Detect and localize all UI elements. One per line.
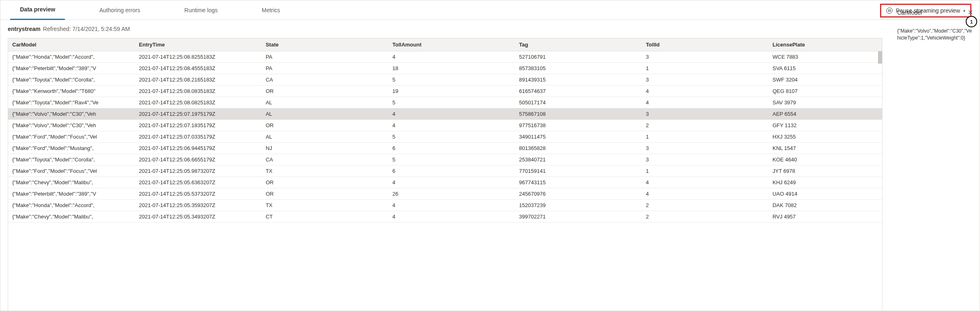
cell-tollamount: 19 — [388, 86, 515, 97]
table-row[interactable]: {"Make":"Chevy","Model":"Malibu",2021-07… — [8, 211, 882, 223]
close-icon[interactable]: ✕ — [968, 9, 973, 16]
data-grid: Hide details 2 CarModel EntryTime State … — [8, 38, 882, 311]
cell-tollamount: 6 — [388, 143, 515, 154]
cell-tollid: 3 — [642, 108, 769, 120]
svg-point-0 — [887, 8, 892, 13]
table-row[interactable]: {"Make":"Volvo","Model":"C30","Veh2021-0… — [8, 108, 882, 120]
cell-licenseplate: DAK 7082 — [768, 200, 882, 211]
cell-state: TX — [262, 165, 388, 177]
cell-tollamount: 5 — [388, 154, 515, 165]
tab-authoring-errors[interactable]: Authoring errors — [89, 0, 150, 20]
vertical-scrollbar[interactable] — [878, 51, 882, 64]
cell-tollamount: 5 — [388, 74, 515, 86]
cell-state: AL — [262, 97, 388, 108]
cell-carmodel: {"Make":"Chevy","Model":"Malibu", — [8, 177, 135, 188]
cell-carmodel: {"Make":"Ford","Model":"Focus","Vel — [8, 165, 135, 177]
col-header-tollamount[interactable]: TollAmount — [388, 38, 515, 51]
svg-rect-2 — [890, 9, 891, 12]
cell-tollid: 4 — [642, 97, 769, 108]
cell-carmodel: {"Make":"Toyota","Model":"Corolla", — [8, 154, 135, 165]
tab-metrics[interactable]: Metrics — [252, 0, 290, 20]
annotation-callout-1: 1 — [966, 16, 977, 27]
cell-state: OR — [262, 177, 388, 188]
table-row[interactable]: {"Make":"Chevy","Model":"Malibu",2021-07… — [8, 177, 882, 188]
cell-licenseplate: KHJ 6249 — [768, 177, 882, 188]
cell-tollid: 1 — [642, 63, 769, 74]
cell-tag: 770159141 — [515, 165, 642, 177]
cell-carmodel: {"Make":"Chevy","Model":"Malibu", — [8, 211, 135, 223]
cell-tollamount: 4 — [388, 211, 515, 223]
table-row[interactable]: {"Make":"Peterbilt","Model":"389","V2021… — [8, 63, 882, 74]
cell-tollid: 3 — [642, 74, 769, 86]
cell-entrytime: 2021-07-14T12:25:07.1835179Z — [135, 120, 262, 131]
cell-tollid: 2 — [642, 120, 769, 131]
table-row[interactable]: {"Make":"Kenworth","Model":"T680"2021-07… — [8, 86, 882, 97]
cell-entrytime: 2021-07-14T12:25:05.5373207Z — [135, 188, 262, 200]
cell-entrytime: 2021-07-14T12:25:08.4555183Z — [135, 63, 262, 74]
col-header-carmodel[interactable]: CarModel — [8, 38, 135, 51]
table-row[interactable]: {"Make":"Honda","Model":"Accord",2021-07… — [8, 51, 882, 63]
cell-licenseplate: RVJ 4957 — [768, 211, 882, 223]
cell-entrytime: 2021-07-14T12:25:06.9445179Z — [135, 143, 262, 154]
svg-rect-1 — [888, 9, 889, 12]
cell-licenseplate: HXJ 3255 — [768, 131, 882, 143]
cell-state: CT — [262, 211, 388, 223]
cell-tollamount: 4 — [388, 51, 515, 63]
cell-tollamount: 6 — [388, 165, 515, 177]
col-header-state[interactable]: State — [262, 38, 388, 51]
col-header-tollid[interactable]: TollId — [642, 38, 769, 51]
table-row[interactable]: {"Make":"Honda","Model":"Accord",2021-07… — [8, 200, 882, 211]
cell-carmodel: {"Make":"Honda","Model":"Accord", — [8, 200, 135, 211]
cell-tag: 616574637 — [515, 86, 642, 97]
table-row[interactable]: {"Make":"Toyota","Model":"Rav4","Ve2021-… — [8, 97, 882, 108]
cell-tollamount: 4 — [388, 120, 515, 131]
cell-tag: 253840721 — [515, 154, 642, 165]
refreshed-timestamp: Refreshed: 7/14/2021, 5:24:59 AM — [43, 26, 130, 32]
cell-tollid: 3 — [642, 143, 769, 154]
cell-tag: 575867108 — [515, 108, 642, 120]
cell-state: PA — [262, 63, 388, 74]
cell-tollid: 4 — [642, 188, 769, 200]
table-row[interactable]: {"Make":"Ford","Model":"Focus","Vel2021-… — [8, 131, 882, 143]
cell-licenseplate: JYT 6978 — [768, 165, 882, 177]
cell-carmodel: {"Make":"Toyota","Model":"Corolla", — [8, 74, 135, 86]
cell-carmodel: {"Make":"Honda","Model":"Accord", — [8, 51, 135, 63]
table-row[interactable]: {"Make":"Ford","Model":"Mustang",2021-07… — [8, 143, 882, 154]
table-row[interactable]: {"Make":"Peterbilt","Model":"389","V2021… — [8, 188, 882, 200]
cell-state: CA — [262, 154, 388, 165]
cell-licenseplate: SWF 3204 — [768, 74, 882, 86]
cell-tollid: 3 — [642, 51, 769, 63]
cell-entrytime: 2021-07-14T12:25:07.0335179Z — [135, 131, 262, 143]
col-header-licenseplate[interactable]: LicensePlate — [768, 38, 882, 51]
col-header-entrytime[interactable]: EntryTime — [135, 38, 262, 51]
cell-state: NJ — [262, 143, 388, 154]
cell-licenseplate: KNL 1547 — [768, 143, 882, 154]
cell-licenseplate: QEG 8107 — [768, 86, 882, 97]
cell-entrytime: 2021-07-14T12:25:05.3593207Z — [135, 200, 262, 211]
cell-carmodel: {"Make":"Volvo","Model":"C30","Veh — [8, 120, 135, 131]
cell-state: TX — [262, 200, 388, 211]
cell-carmodel: {"Make":"Kenworth","Model":"T680" — [8, 86, 135, 97]
pause-icon — [886, 7, 893, 14]
cell-tag: 857383105 — [515, 63, 642, 74]
tab-data-preview[interactable]: Data preview — [10, 0, 65, 20]
table-row[interactable]: {"Make":"Toyota","Model":"Corolla",2021-… — [8, 154, 882, 165]
cell-entrytime: 2021-07-14T12:25:07.1975179Z — [135, 108, 262, 120]
details-panel-body: {"Make":"Volvo","Model":"C30","VehicleTy… — [897, 28, 973, 42]
cell-tollid: 4 — [642, 177, 769, 188]
cell-tollamount: 4 — [388, 200, 515, 211]
table-row[interactable]: {"Make":"Volvo","Model":"C30","Veh2021-0… — [8, 120, 882, 131]
cell-tag: 152037239 — [515, 200, 642, 211]
cell-entrytime: 2021-07-14T12:25:06.6655179Z — [135, 154, 262, 165]
cell-tollamount: 5 — [388, 97, 515, 108]
table-row[interactable]: {"Make":"Toyota","Model":"Corolla",2021-… — [8, 74, 882, 86]
tab-runtime-logs[interactable]: Runtime logs — [175, 0, 228, 20]
cell-tollamount: 18 — [388, 63, 515, 74]
cell-tollid: 2 — [642, 211, 769, 223]
cell-licenseplate: SAV 3979 — [768, 97, 882, 108]
cell-entrytime: 2021-07-14T12:25:08.0835183Z — [135, 86, 262, 97]
cell-tag: 399702271 — [515, 211, 642, 223]
col-header-tag[interactable]: Tag — [515, 38, 642, 51]
cell-licenseplate: UAO 4914 — [768, 188, 882, 200]
table-row[interactable]: {"Make":"Ford","Model":"Focus","Vel2021-… — [8, 165, 882, 177]
